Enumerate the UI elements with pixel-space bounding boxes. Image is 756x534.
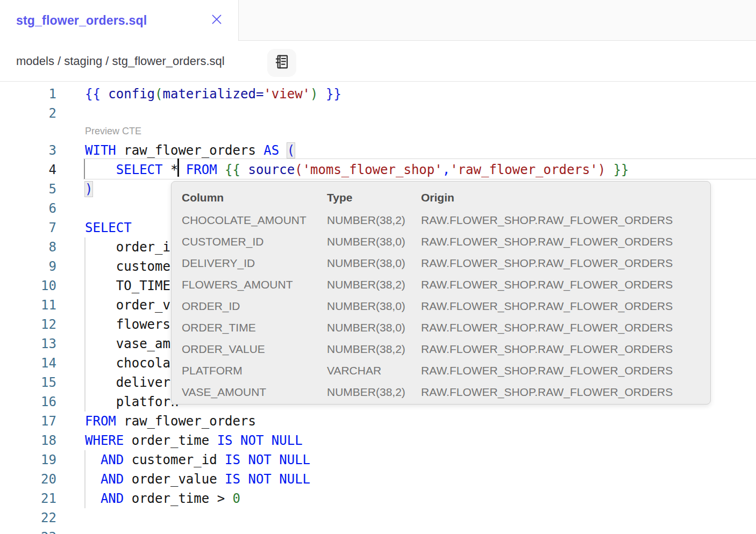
code-line[interactable]: 18WHERE order_time IS NOT NULL: [0, 431, 756, 450]
popup-table-row: FLOWERS_AMOUNTNUMBER(38,2)RAW.FLOWER_SHO…: [182, 274, 710, 295]
popup-table-row: VASE_AMOUNTNUMBER(38,2)RAW.FLOWER_SHOP.R…: [182, 381, 710, 403]
code-line[interactable]: 2: [0, 104, 756, 123]
popup-table-row: ORDER_VALUENUMBER(38,2)RAW.FLOWER_SHOP.R…: [182, 338, 710, 360]
line-number: 14: [0, 353, 56, 373]
popup-column-header: Type: [327, 191, 421, 204]
popup-cell: NUMBER(38,0): [327, 235, 421, 248]
popup-cell: NUMBER(38,0): [327, 257, 421, 270]
tab-stg-flower-orders[interactable]: stg_flower_orders.sql: [0, 0, 238, 41]
line-number: 13: [0, 334, 56, 353]
popup-cell: RAW.FLOWER_SHOP.RAW_FLOWER_ORDERS: [421, 321, 710, 334]
code-text: TO_TIME: [85, 276, 170, 295]
code-line[interactable]: 4 SELECT * FROM {{ source('moms_flower_s…: [0, 160, 756, 179]
notebook-icon: [273, 53, 290, 73]
popup-cell: NUMBER(38,2): [327, 214, 421, 227]
popup-cell: RAW.FLOWER_SHOP.RAW_FLOWER_ORDERS: [421, 235, 710, 248]
editor-top-border: [0, 81, 756, 82]
line-number: 22: [0, 508, 56, 528]
code-text: WHERE order_time IS NOT NULL: [85, 431, 303, 450]
popup-cell: VARCHAR: [327, 364, 421, 377]
line-number: 21: [0, 489, 56, 508]
code-text: flowers: [85, 315, 170, 334]
popup-header-row: ColumnTypeOrigin: [182, 186, 710, 210]
popup-cell: RAW.FLOWER_SHOP.RAW_FLOWER_ORDERS: [421, 343, 710, 356]
line-number: 9: [0, 257, 56, 276]
popup-cell: RAW.FLOWER_SHOP.RAW_FLOWER_ORDERS: [421, 300, 710, 313]
code-text: AND order_value IS NOT NULL: [85, 470, 310, 489]
code-text: order_v: [85, 295, 170, 315]
code-text: WITH raw_flower_orders AS (: [85, 141, 295, 160]
breadcrumb[interactable]: models / staging / stg_flower_orders.sql: [16, 41, 225, 81]
line-number: 23: [0, 528, 56, 534]
line-number: 20: [0, 470, 56, 489]
popup-table-row: ORDER_TIMENUMBER(38,0)RAW.FLOWER_SHOP.RA…: [182, 317, 710, 338]
line-number: 18: [0, 431, 56, 450]
code-text: SELECT * FROM {{ source('moms_flower_sho…: [85, 160, 629, 179]
popup-cell: ORDER_TIME: [182, 321, 327, 334]
popup-cell: NUMBER(38,2): [327, 343, 421, 356]
line-number: 19: [0, 450, 56, 470]
popup-cell: CUSTOMER_ID: [182, 235, 327, 248]
popup-cell: RAW.FLOWER_SHOP.RAW_FLOWER_ORDERS: [421, 278, 710, 291]
line-number: 8: [0, 237, 56, 257]
popup-cell: CHOCOLATE_AMOUNT: [182, 214, 327, 227]
code-line[interactable]: 21 AND order_time > 0: [0, 489, 756, 508]
popup-table-row: DELIVERY_IDNUMBER(38,0)RAW.FLOWER_SHOP.R…: [182, 252, 710, 274]
close-icon: [209, 12, 224, 29]
popup-cell: RAW.FLOWER_SHOP.RAW_FLOWER_ORDERS: [421, 386, 710, 399]
popup-table-row: ORDER_IDNUMBER(38,0)RAW.FLOWER_SHOP.RAW_…: [182, 295, 710, 317]
line-number: 17: [0, 412, 56, 431]
code-line[interactable]: 3WITH raw_flower_orders AS (: [0, 141, 756, 160]
popup-column-header: Origin: [421, 191, 710, 204]
breadcrumb-row: models / staging / stg_flower_orders.sql: [0, 41, 756, 81]
line-number: 4: [0, 160, 56, 179]
tab-bar-empty-area: [238, 0, 756, 41]
code-text: vase_am: [85, 334, 170, 353]
popup-cell: RAW.FLOWER_SHOP.RAW_FLOWER_ORDERS: [421, 214, 710, 227]
line-number: 16: [0, 392, 56, 412]
popup-cell: DELIVERY_ID: [182, 257, 327, 270]
line-number: 10: [0, 276, 56, 295]
code-text: SELECT: [85, 218, 132, 237]
code-text: custome: [85, 257, 170, 276]
popup-cell: ORDER_ID: [182, 300, 327, 313]
code-text: deliver: [85, 373, 170, 392]
code-line[interactable]: 22: [0, 508, 756, 528]
code-line[interactable]: 23: [0, 528, 756, 534]
code-line[interactable]: 17FROM raw_flower_orders: [0, 412, 756, 431]
popup-column-header: Column: [182, 191, 327, 204]
popup-table-row: PLATFORMVARCHARRAW.FLOWER_SHOP.RAW_FLOWE…: [182, 360, 710, 381]
line-number: 3: [0, 141, 56, 160]
code-text: AND customer_id IS NOT NULL: [85, 450, 310, 470]
popup-cell: ORDER_VALUE: [182, 343, 327, 356]
file-context-button[interactable]: [267, 49, 296, 77]
line-number: 11: [0, 295, 56, 315]
popup-cell: FLOWERS_AMOUNT: [182, 278, 327, 291]
code-text: ): [85, 179, 92, 199]
popup-table-row: CUSTOMER_IDNUMBER(38,0)RAW.FLOWER_SHOP.R…: [182, 231, 710, 252]
code-text: order_i: [85, 237, 170, 257]
line-number: 6: [0, 199, 56, 218]
popup-cell: RAW.FLOWER_SHOP.RAW_FLOWER_ORDERS: [421, 364, 710, 377]
column-preview-popup: ColumnTypeOrigin CHOCOLATE_AMOUNTNUMBER(…: [171, 181, 711, 405]
code-text: {{ config(materialized='view') }}: [85, 84, 341, 104]
popup-cell: NUMBER(38,2): [327, 278, 421, 291]
popup-rows: CHOCOLATE_AMOUNTNUMBER(38,2)RAW.FLOWER_S…: [182, 210, 710, 403]
popup-cell: VASE_AMOUNT: [182, 386, 327, 399]
popup-cell: NUMBER(38,2): [327, 386, 421, 399]
line-number: 5: [0, 179, 56, 199]
code-text: FROM raw_flower_orders: [85, 412, 256, 431]
popup-cell: NUMBER(38,0): [327, 321, 421, 334]
code-text: AND order_time > 0: [85, 489, 240, 508]
popup-cell: NUMBER(38,0): [327, 300, 421, 313]
line-number: 15: [0, 373, 56, 392]
code-line[interactable]: 19 AND customer_id IS NOT NULL: [0, 450, 756, 470]
tab-close-button[interactable]: [204, 0, 229, 41]
code-text: chocola: [85, 353, 170, 373]
code-line[interactable]: 1{{ config(materialized='view') }}: [0, 84, 756, 104]
code-line[interactable]: 20 AND order_value IS NOT NULL: [0, 470, 756, 489]
line-number: 2: [0, 104, 56, 123]
tab-bar: stg_flower_orders.sql: [0, 0, 756, 41]
line-number: 12: [0, 315, 56, 334]
codelens-preview-cte[interactable]: Preview CTE: [85, 123, 141, 141]
